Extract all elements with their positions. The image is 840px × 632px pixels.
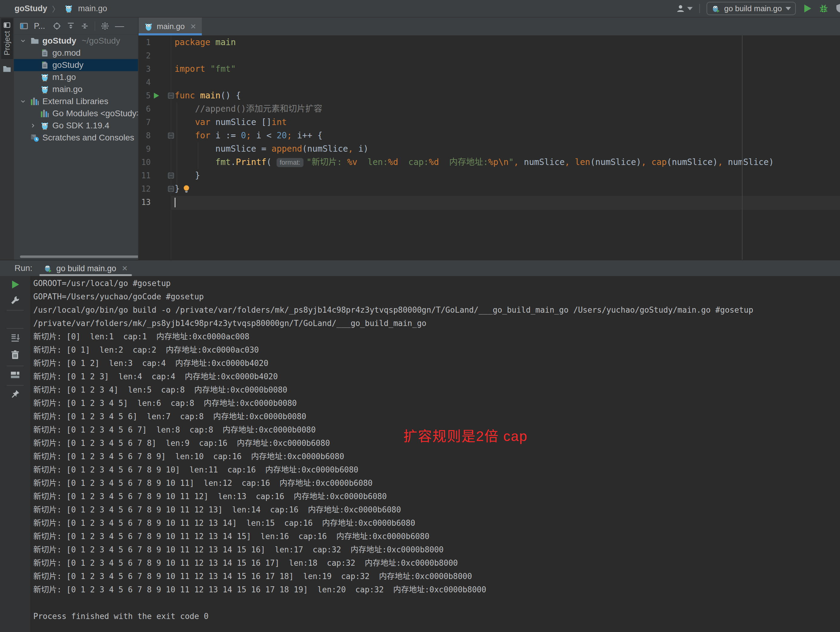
tree-item-m1-go[interactable]: m1.go: [14, 71, 138, 83]
code-line[interactable]: func main() {: [171, 89, 840, 102]
console-line: 新切片: [0 1 2 3 4 5 6 7 8 9 10 11 12 13 14…: [33, 556, 840, 570]
code-line[interactable]: var numSlice []int: [171, 115, 840, 129]
debug-button[interactable]: [819, 4, 829, 13]
tree-item-label: Scratches and Consoles: [43, 133, 134, 142]
code-line[interactable]: import "fmt": [171, 62, 840, 76]
tree-item-external-libraries[interactable]: External Libraries: [14, 95, 138, 107]
tool-window-icon: [4, 22, 10, 28]
run-line-icon[interactable]: [153, 89, 160, 102]
go-gopher-run-icon: [44, 264, 53, 273]
line-number: 5: [139, 89, 151, 102]
console-line: 新切片: [0 1] len:2 cap:2 内存地址:0xc0000ac030: [33, 343, 840, 357]
stop-button[interactable]: [10, 314, 20, 324]
chevron-right-icon[interactable]: [29, 120, 37, 132]
collapse-all-button[interactable]: [81, 22, 88, 30]
chevron-down-icon[interactable]: [19, 95, 27, 107]
file-icon: [39, 59, 50, 71]
locate-file-button[interactable]: [53, 22, 61, 30]
edit-configuration-wrench-button[interactable]: [10, 295, 20, 305]
code-line[interactable]: [171, 196, 840, 209]
line-number: 9: [139, 142, 151, 156]
settings-gear-button[interactable]: [101, 22, 109, 30]
scratch-icon: [30, 132, 40, 144]
breadcrumb-project[interactable]: goStudy: [14, 4, 47, 13]
scroll-to-end-button[interactable]: [10, 333, 20, 343]
console-line: 新切片: [0 1 2 3] len:4 cap:4 内存地址:0xc0000b…: [33, 370, 840, 383]
user-account-button[interactable]: [676, 4, 693, 13]
go-gopher-icon: [64, 4, 73, 13]
run-button[interactable]: [802, 4, 812, 13]
project-view-selector[interactable]: P...: [34, 22, 45, 31]
tree-item-gostudy[interactable]: goStudy: [14, 59, 138, 71]
close-run-tab-icon[interactable]: ✕: [122, 264, 128, 273]
tree-item-main-go[interactable]: main.go: [14, 83, 138, 95]
text-cursor: [175, 198, 175, 207]
tree-item-go-modules-gostudy[interactable]: Go Modules <goStudy>: [14, 107, 138, 120]
close-tab-icon[interactable]: ✕: [190, 22, 196, 31]
code-line[interactable]: numSlice = append(numSlice, i): [171, 142, 840, 156]
console-line: 新切片: [0 1 2 3 4 5 6 7 8 9 10 11 12] len:…: [33, 490, 840, 503]
pin-tab-button[interactable]: [10, 389, 20, 399]
console-line: 新切片: [0] len:1 cap:1 内存地址:0xc0000ac008: [33, 330, 840, 343]
expand-all-button[interactable]: [67, 22, 75, 30]
tree-item-label: External Libraries: [43, 96, 108, 106]
code-line[interactable]: }: [171, 169, 840, 182]
console-line: 新切片: [0 1 2 3 4 5 6 7 8 9 10 11 12 13 14…: [33, 517, 840, 530]
folder-icon[interactable]: [2, 65, 11, 74]
console-output[interactable]: GOROOT=/usr/local/go #gosetupGOPATH=/Use…: [30, 276, 840, 632]
console-line: 新切片: [0 1 2 3 4 5 6 7 8 9] len:10 cap:16…: [33, 450, 840, 463]
libs-icon: [30, 95, 40, 107]
project-tool-window: P... — goStudy~/goStudygo.modgoStudym1.g…: [14, 17, 139, 260]
breadcrumb: goStudy 〉 main.go: [0, 3, 107, 14]
libs-icon: [39, 107, 50, 120]
code-line[interactable]: for i := 0; i < 20; i++ {: [171, 129, 840, 142]
chevron-spacer: [29, 47, 37, 59]
right-margin-guide: [742, 35, 742, 260]
console-line: 新切片: [0 1 2 3 4 5] len:6 cap:8 内存地址:0xc0…: [33, 397, 840, 410]
code-line[interactable]: fmt.Printf( format:"新切片: %v len:%d cap:%…: [171, 156, 840, 169]
file-icon: [39, 47, 50, 59]
hide-panel-button[interactable]: —: [115, 23, 124, 29]
project-horizontal-scrollbar[interactable]: [20, 256, 139, 258]
parameter-hint-inlay: format:: [276, 158, 303, 167]
rerun-button[interactable]: [10, 280, 20, 289]
project-stripe-button[interactable]: Project: [1, 18, 13, 59]
run-tool-window: Run: go build main.go ✕ GOROOT=/usr/loca…: [0, 260, 840, 632]
tree-item-scratches-and-consoles[interactable]: Scratches and Consoles: [14, 132, 138, 144]
run-configuration-label: go build main.go: [724, 4, 782, 13]
coverage-shield-icon[interactable]: [835, 3, 840, 14]
editor-code[interactable]: package mainimport "fmt"func main() { //…: [171, 36, 840, 260]
editor-body[interactable]: 12345−678−91011−12−13 package mainimport…: [139, 35, 840, 260]
run-configuration-select[interactable]: go build main.go: [707, 2, 796, 15]
toolbar-separator: [7, 385, 24, 386]
tree-item-label: go.mod: [52, 48, 81, 58]
toolbar-divider: [699, 4, 700, 13]
code-line[interactable]: package main: [171, 36, 840, 49]
tree-item-gostudy[interactable]: goStudy~/goStudy: [14, 35, 138, 47]
breadcrumb-file[interactable]: main.go: [78, 4, 107, 13]
restore-layout-button[interactable]: [10, 370, 20, 379]
clear-console-trash-button[interactable]: [10, 350, 20, 360]
code-line[interactable]: [171, 76, 840, 89]
gopher-icon: [39, 71, 50, 83]
chevron-spacer: [19, 132, 27, 144]
console-line: /private/var/folders/mk/_ps8yjb14c98pr4z…: [33, 317, 840, 330]
intention-bulb-icon[interactable]: [182, 185, 191, 194]
tree-item-go-mod[interactable]: go.mod: [14, 47, 138, 59]
run-tab[interactable]: go build main.go ✕: [39, 260, 132, 276]
console-line: [33, 596, 840, 610]
tab-main-go[interactable]: main.go ✕: [139, 17, 202, 35]
go-gopher-icon: [144, 22, 153, 31]
code-line[interactable]: //append()添加元素和切片扩容: [171, 102, 840, 115]
editor-area: main.go ✕ 12345−678−91011−12−13 package …: [139, 17, 840, 260]
line-number: 13: [139, 196, 151, 209]
line-number: 2: [139, 49, 151, 62]
project-stripe-label: Project: [2, 31, 12, 55]
toolbar-separator: [7, 310, 24, 311]
code-line[interactable]: [171, 49, 840, 62]
console-line: 新切片: [0 1 2 3 4 5 6 7 8 9 10 11] len:12 …: [33, 476, 840, 490]
code-line[interactable]: }: [171, 182, 840, 196]
line-number: 7: [139, 115, 151, 129]
tree-item-go-sdk-1-19-4[interactable]: Go SDK 1.19.4: [14, 120, 138, 132]
chevron-down-icon[interactable]: [19, 35, 27, 47]
